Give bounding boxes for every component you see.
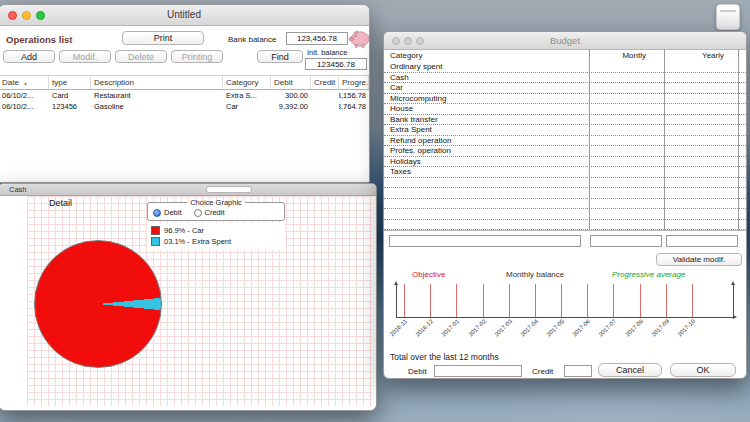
print-button[interactable]: Print xyxy=(122,31,204,45)
pie-chart xyxy=(34,240,162,368)
operations-table-header: Date▲ type Description Category Debit Cr… xyxy=(0,75,369,90)
delete-button[interactable]: Delete xyxy=(115,50,167,63)
budget-chart: Objective Monthly balance Progressive av… xyxy=(388,270,742,350)
table-row[interactable]: 06/10/2... 123456 Gasoline Car 9,392.00 … xyxy=(0,101,369,112)
col-header-credit[interactable]: Credit xyxy=(311,76,339,89)
choice-graphic-title: Choice Graphic xyxy=(187,198,245,207)
radio-debit[interactable]: Debit xyxy=(153,208,182,217)
cell-progress: 123,156.78 xyxy=(339,90,369,101)
gridline xyxy=(640,284,641,317)
col-header-debit[interactable]: Debit xyxy=(271,76,311,89)
budget-row[interactable]: Extra Spent xyxy=(384,125,746,136)
col-header-category[interactable]: Category xyxy=(390,51,422,60)
budget-row[interactable]: Microcomputing xyxy=(384,94,746,105)
col-header-date[interactable]: Date▲ xyxy=(0,76,49,89)
cell-debit: 9,392.00 xyxy=(271,101,311,112)
gridline xyxy=(587,284,588,317)
table-row[interactable]: 06/10/2... Card Restaurant Extra S... 30… xyxy=(0,90,369,101)
budget-window: Budget Category Montly Yearly Ordinary s… xyxy=(383,31,747,379)
bank-balance-input[interactable]: 123,456.78 xyxy=(286,32,348,45)
choice-graphic-group: Choice Graphic Debit Credit xyxy=(147,198,285,221)
col-header-description[interactable]: Description xyxy=(91,76,223,89)
cancel-button[interactable]: Cancel xyxy=(598,363,662,377)
operations-window: Untitled Operations list Print Bank bala… xyxy=(0,4,370,183)
cell-credit xyxy=(311,90,339,101)
detail-content: Detail Choice Graphic Debit Credit xyxy=(0,196,376,410)
budget-rows: Ordinary spent Cash Car Microcomputing H… xyxy=(384,62,746,230)
gridline xyxy=(535,284,536,317)
col-header-type[interactable]: type xyxy=(49,76,91,89)
radio-debit-circle xyxy=(153,209,161,217)
budget-row[interactable]: Cash xyxy=(384,73,746,84)
choice-graphic-panel: Choice Graphic Debit Credit xyxy=(147,196,285,250)
window-title: Untitled xyxy=(0,9,369,20)
ok-button[interactable]: OK xyxy=(670,363,736,377)
drive-body xyxy=(716,4,740,30)
window-title: Budget xyxy=(384,35,746,46)
debit-total-input[interactable] xyxy=(434,365,522,377)
budget-row[interactable]: Profes. operation xyxy=(384,146,746,157)
cell-description: Gasoline xyxy=(91,101,223,112)
radio-credit-label: Credit xyxy=(205,208,225,217)
printing-button[interactable]: Printing xyxy=(171,50,223,63)
budget-row-empty[interactable] xyxy=(384,178,746,189)
budget-row-empty[interactable] xyxy=(384,209,746,220)
budget-row[interactable]: House xyxy=(384,104,746,115)
legend-item: 03.1% - Extra Spent xyxy=(151,236,281,247)
bank-balance-label: Bank balance xyxy=(228,35,276,44)
radio-credit-circle xyxy=(194,209,202,217)
validate-modif-button[interactable]: Validate modif. xyxy=(656,253,742,266)
col-header-montly[interactable]: Montly xyxy=(574,51,646,60)
sort-indicator: ▲ xyxy=(23,80,28,86)
cell-category: Car xyxy=(223,101,271,112)
col-header-yearly[interactable]: Yearly xyxy=(652,51,724,60)
cell-category: Extra S... xyxy=(223,90,271,101)
find-button[interactable]: Find xyxy=(257,50,303,63)
gridline xyxy=(613,284,614,317)
budget-row[interactable]: Refund operation xyxy=(384,136,746,147)
drive-slot xyxy=(720,10,736,12)
budget-row[interactable]: Ordinary spent xyxy=(384,62,746,73)
cell-debit: 300.00 xyxy=(271,90,311,101)
gridline xyxy=(692,284,693,317)
gridline xyxy=(483,284,484,317)
budget-titlebar: Budget xyxy=(384,32,746,50)
credit-total-input[interactable] xyxy=(564,365,592,377)
external-drive-icon[interactable] xyxy=(716,4,740,30)
modif-button[interactable]: Modif. xyxy=(59,50,111,63)
gridline xyxy=(456,284,457,317)
budget-row[interactable]: Car xyxy=(384,83,746,94)
tab-cash[interactable]: Cash xyxy=(9,185,27,194)
budget-row[interactable]: Bank transfer xyxy=(384,115,746,126)
tabbar-button[interactable] xyxy=(206,186,252,193)
init-balance-input[interactable]: 123456.78 xyxy=(305,58,367,70)
montly-edit-input[interactable] xyxy=(590,235,662,247)
detail-window: Cash Detail Choice Graphic Debit xyxy=(0,183,377,411)
y-axis-right xyxy=(733,284,734,318)
budget-row-empty[interactable] xyxy=(384,199,746,210)
add-button[interactable]: Add xyxy=(3,50,55,63)
desktop: Untitled Operations list Print Bank bala… xyxy=(0,0,750,422)
legend-label: 96.9% - Car xyxy=(164,226,204,235)
budget-row[interactable]: Taxes xyxy=(384,167,746,178)
category-edit-input[interactable] xyxy=(389,235,581,247)
operations-titlebar: Untitled xyxy=(0,5,369,26)
legend-swatch-extra-spent xyxy=(151,237,160,246)
budget-row[interactable]: Holidays xyxy=(384,157,746,168)
month-label: 2016-11 xyxy=(380,318,408,346)
col-header-progress[interactable]: Progre... xyxy=(339,76,369,89)
gridline xyxy=(404,284,405,317)
col-header-category[interactable]: Category xyxy=(223,76,271,89)
budget-row-empty[interactable] xyxy=(384,188,746,199)
gridline xyxy=(561,284,562,317)
piggy-bank-icon xyxy=(347,27,371,49)
legend-swatch-car xyxy=(151,226,160,235)
legend-item: 96.9% - Car xyxy=(151,225,281,236)
debit-label: Debit xyxy=(408,367,427,376)
budget-row-empty[interactable] xyxy=(384,220,746,231)
gridline xyxy=(666,284,667,317)
y-axis-left xyxy=(396,284,397,318)
pie-legend: 96.9% - Car 03.1% - Extra Spent xyxy=(147,223,285,250)
yearly-edit-input[interactable] xyxy=(666,235,738,247)
radio-credit[interactable]: Credit xyxy=(194,208,225,217)
